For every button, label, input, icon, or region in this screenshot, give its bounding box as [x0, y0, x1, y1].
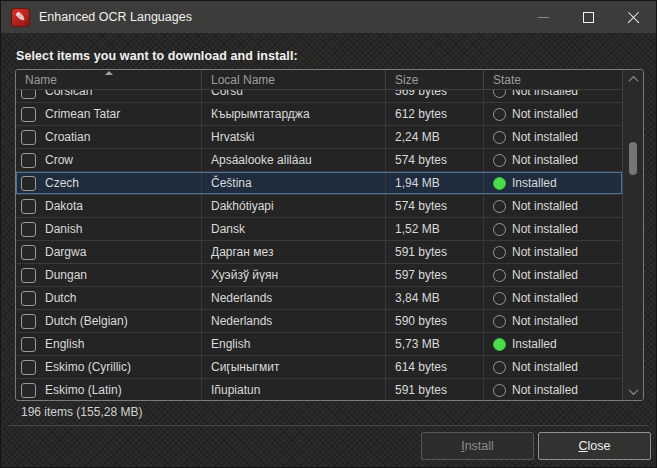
minimize-icon — [538, 17, 549, 18]
state-label: Not installed — [512, 90, 578, 98]
language-size: 3,84 MB — [395, 291, 440, 305]
scrollbar-thumb[interactable] — [629, 142, 637, 175]
state-label: Installed — [512, 337, 557, 351]
table-row[interactable]: Dutch (Belgian) Nederlands 590 bytes Not… — [16, 310, 622, 333]
row-checkbox[interactable] — [21, 245, 36, 260]
column-header-name[interactable]: Name — [16, 70, 202, 89]
state-label: Not installed — [512, 130, 578, 144]
language-size: 590 bytes — [395, 314, 447, 328]
close-icon — [627, 11, 640, 24]
state-label: Not installed — [512, 383, 578, 397]
state-label: Not installed — [512, 291, 578, 305]
row-checkbox[interactable] — [21, 314, 36, 329]
table-row[interactable]: Eskimo (Latin) Iñupiatun 591 bytes Not i… — [16, 379, 622, 400]
state-icon — [493, 200, 506, 213]
row-checkbox[interactable] — [21, 199, 36, 214]
language-local-name: Iñupiatun — [211, 383, 260, 397]
maximize-button[interactable] — [566, 1, 611, 33]
language-local-name: Hrvatski — [211, 130, 254, 144]
row-checkbox[interactable] — [21, 291, 36, 306]
language-name: Crimean Tatar — [45, 107, 120, 121]
language-size: 591 bytes — [395, 383, 447, 397]
vertical-scrollbar[interactable] — [622, 70, 643, 400]
table-row[interactable]: Dakota Dakhótiyapi 574 bytes Not install… — [16, 195, 622, 218]
state-icon — [493, 154, 506, 167]
table-row[interactable]: Crow Apsáalooke aliláau 574 bytes Not in… — [16, 149, 622, 172]
language-name: Czech — [45, 176, 79, 190]
minimize-button[interactable] — [521, 1, 566, 33]
language-local-name: Corsu — [211, 90, 243, 98]
items-summary: 196 items (155,28 MB) — [21, 405, 142, 419]
row-checkbox[interactable] — [21, 90, 36, 99]
table-row[interactable]: Dargwa Дарган мез 591 bytes Not installe… — [16, 241, 622, 264]
state-icon — [493, 177, 506, 190]
row-checkbox[interactable] — [21, 176, 36, 191]
state-label: Not installed — [512, 222, 578, 236]
language-size: 591 bytes — [395, 245, 447, 259]
language-name: Danish — [45, 222, 82, 236]
language-name: Crow — [45, 153, 73, 167]
row-checkbox[interactable] — [21, 222, 36, 237]
row-checkbox[interactable] — [21, 360, 36, 375]
state-icon — [493, 338, 506, 351]
state-label: Not installed — [512, 107, 578, 121]
language-size: 597 bytes — [395, 268, 447, 282]
table-row[interactable]: English English 5,73 MB Installed — [16, 333, 622, 356]
column-header-size[interactable]: Size — [386, 70, 484, 89]
language-local-name: Хуэйзў йүян — [211, 268, 278, 282]
close-window-button[interactable] — [611, 1, 656, 33]
language-name: Eskimo (Cyrillic) — [45, 360, 131, 374]
row-checkbox[interactable] — [21, 107, 36, 122]
table-row[interactable]: Czech Čeština 1,94 MB Installed — [16, 172, 622, 195]
pen-icon: ✎ — [15, 11, 25, 23]
state-icon — [493, 223, 506, 236]
scroll-up-button[interactable] — [623, 70, 643, 88]
row-checkbox[interactable] — [21, 153, 36, 168]
language-size: 1,52 MB — [395, 222, 440, 236]
chevron-up-icon — [628, 75, 638, 85]
state-label: Not installed — [512, 153, 578, 167]
language-name: Eskimo (Latin) — [45, 383, 122, 397]
titlebar[interactable]: ✎ Enhanced OCR Languages — [1, 1, 656, 33]
language-local-name: Dakhótiyapi — [211, 199, 274, 213]
language-local-name: Сиӷыныгмит — [211, 360, 279, 374]
language-size: 5,73 MB — [395, 337, 440, 351]
close-button[interactable]: Close — [538, 432, 651, 460]
column-header-state[interactable]: State — [484, 70, 622, 89]
language-name: Dutch — [45, 291, 76, 305]
language-local-name: Čeština — [211, 176, 252, 190]
state-label: Not installed — [512, 268, 578, 282]
language-name: English — [45, 337, 84, 351]
languages-table: Name Local Name Size State Corsican Cors… — [15, 69, 644, 401]
table-row[interactable]: Crimean Tatar Къырымтатарджа 612 bytes N… — [16, 103, 622, 126]
table-row[interactable]: Eskimo (Cyrillic) Сиӷыныгмит 614 bytes N… — [16, 356, 622, 379]
table-row[interactable]: Dungan Хуэйзў йүян 597 bytes Not install… — [16, 264, 622, 287]
row-checkbox[interactable] — [21, 130, 36, 145]
language-size: 1,94 MB — [395, 176, 440, 190]
language-name: Dargwa — [45, 245, 86, 259]
table-row[interactable]: Dutch Nederlands 3,84 MB Not installed — [16, 287, 622, 310]
row-checkbox[interactable] — [21, 268, 36, 283]
language-size: 612 bytes — [395, 107, 447, 121]
state-label: Not installed — [512, 360, 578, 374]
column-header-local-name[interactable]: Local Name — [202, 70, 386, 89]
state-icon — [493, 384, 506, 397]
state-icon — [493, 131, 506, 144]
row-checkbox[interactable] — [21, 383, 36, 398]
window-title: Enhanced OCR Languages — [39, 10, 192, 24]
language-name: Corsican — [45, 90, 92, 98]
scroll-down-button[interactable] — [623, 382, 643, 400]
language-local-name: Nederlands — [211, 314, 272, 328]
maximize-icon — [583, 12, 594, 23]
install-button[interactable]: Install — [421, 432, 534, 460]
table-row[interactable]: Danish Dansk 1,52 MB Not installed — [16, 218, 622, 241]
state-icon — [493, 361, 506, 374]
language-name: Croatian — [45, 130, 90, 144]
dialog-enhanced-ocr-languages: ✎ Enhanced OCR Languages Select items yo… — [0, 0, 657, 468]
state-icon — [493, 246, 506, 259]
state-icon — [493, 90, 506, 98]
table-row[interactable]: Corsican Corsu 569 bytes Not installed — [16, 90, 622, 103]
state-icon — [493, 315, 506, 328]
row-checkbox[interactable] — [21, 337, 36, 352]
table-row[interactable]: Croatian Hrvatski 2,24 MB Not installed — [16, 126, 622, 149]
